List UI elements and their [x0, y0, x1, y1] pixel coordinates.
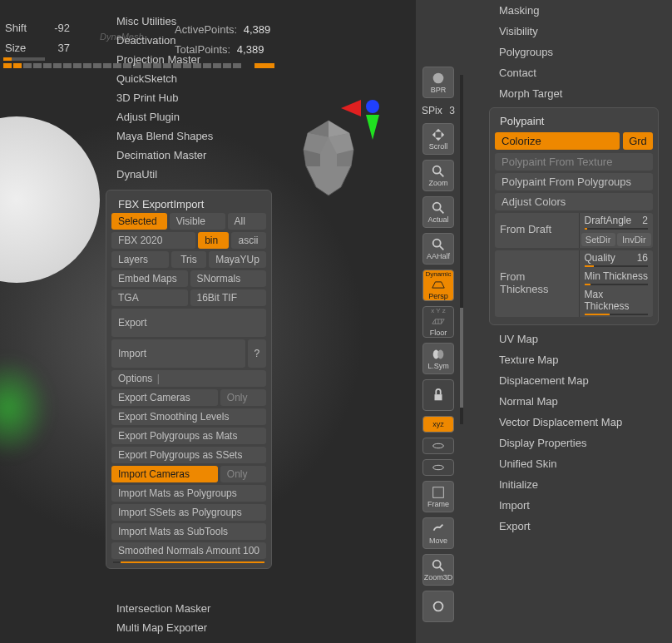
menu-maya-blend-shapes[interactable]: Maya Blend Shapes: [108, 126, 274, 146]
fbx-ascii-button[interactable]: ascii: [231, 232, 266, 249]
preview-model[interactable]: [291, 116, 366, 200]
fbx-bin-button[interactable]: bin: [198, 232, 229, 249]
menu-quicksketch[interactable]: QuickSketch: [108, 69, 274, 88]
lock-button[interactable]: [422, 379, 454, 411]
fbx-export-smoothing-button[interactable]: Export Smoothing Levels: [111, 408, 266, 425]
fbx-mayayup-button[interactable]: MayaYUp: [209, 251, 266, 268]
fbx-tga-button[interactable]: TGA: [111, 289, 188, 306]
fbx-export-cameras-only[interactable]: Only: [220, 389, 266, 406]
section-display-properties[interactable]: Display Properties: [466, 433, 665, 453]
section-normal-map[interactable]: Normal Map: [466, 391, 665, 412]
section-visibility[interactable]: Visibility: [466, 21, 665, 42]
menu-deactivation[interactable]: Deactivation: [108, 31, 274, 50]
shift-label: Shift: [5, 22, 27, 34]
adjust-colors-button[interactable]: Adjust Colors: [495, 193, 653, 210]
svg-rect-16: [435, 394, 442, 400]
min-thickness-slider[interactable]: Min Thickness: [580, 269, 654, 284]
menu-decimation-master[interactable]: Decimation Master: [108, 146, 274, 165]
persp-button[interactable]: Dynamic Persp: [422, 270, 454, 301]
fbx-options-button[interactable]: Options |: [111, 370, 266, 387]
fbx-export-button[interactable]: Export: [111, 309, 266, 337]
section-morph-target[interactable]: Morph Target: [466, 83, 665, 104]
fbx-export-cameras-button[interactable]: Export Cameras: [111, 389, 218, 406]
grd-button[interactable]: Grd: [623, 132, 653, 150]
section-export[interactable]: Export: [466, 516, 665, 537]
zoom3d-button[interactable]: Zoom3D: [422, 554, 454, 586]
svg-point-20: [433, 561, 441, 568]
svg-point-7: [433, 73, 444, 84]
fbx-selected-button[interactable]: Selected: [111, 213, 167, 230]
fbx-export-pg-mats-button[interactable]: Export Polygroups as Mats: [111, 428, 266, 444]
menu-3d-print-hub[interactable]: 3D Print Hub: [108, 88, 274, 107]
fbx-panel-title[interactable]: FBX ExportImport: [111, 195, 266, 213]
actual-button[interactable]: Actual: [422, 196, 454, 228]
polypaint-from-texture-button[interactable]: Polypaint From Texture: [495, 153, 653, 171]
fbx-embed-maps-button[interactable]: Embed Maps: [111, 270, 188, 287]
polypaint-from-polygroups-button[interactable]: Polypaint From Polygroups: [495, 173, 653, 190]
fbx-snormals-button[interactable]: SNormals: [190, 270, 267, 287]
rotate-z-button[interactable]: [422, 459, 454, 476]
from-draft-button[interactable]: From Draft: [495, 213, 580, 248]
fbx-tris-button[interactable]: Tris: [171, 251, 206, 268]
viewport-toolbar: BPR SPix3 Scroll Zoom Actual AAHalf Dyna…: [418, 0, 459, 643]
fbx-all-button[interactable]: All: [228, 213, 266, 230]
frame-button[interactable]: Frame: [422, 481, 454, 512]
fbx-smoothed-normals-slider[interactable]: Smoothed Normals Amount 100: [111, 542, 266, 559]
xyz-button[interactable]: xyz: [422, 416, 454, 433]
quality-slider[interactable]: Quality16: [580, 250, 654, 265]
fbx-import-mats-sub-button[interactable]: Import Mats as SubTools: [111, 523, 266, 540]
menu-dynautil[interactable]: DynaUtil: [108, 165, 274, 184]
svg-point-22: [434, 602, 443, 611]
fbx-visible-button[interactable]: Visible: [170, 213, 225, 230]
section-uv-map[interactable]: UV Map: [466, 329, 665, 349]
colorize-button[interactable]: Colorize: [495, 132, 620, 150]
spix-slider[interactable]: SPix3: [420, 103, 457, 118]
menu-adjust-plugin[interactable]: Adjust Plugin: [108, 107, 274, 126]
fbx-version[interactable]: FBX 2020: [111, 232, 195, 249]
draft-angle-slider[interactable]: DraftAngle2: [580, 213, 654, 228]
section-displacement-map[interactable]: Displacement Map: [466, 370, 665, 391]
svg-line-13: [440, 246, 444, 250]
section-import[interactable]: Import: [466, 495, 665, 516]
fbx-16bit-tif-button[interactable]: 16Bit TIF: [190, 289, 267, 306]
fbx-import-cameras-only[interactable]: Only: [220, 466, 266, 482]
setdir-button[interactable]: SetDir: [581, 233, 615, 246]
fbx-export-import-panel: FBX ExportImport Selected Visible All FB…: [106, 190, 272, 569]
menu-misc-utilities[interactable]: Misc Utilities: [108, 12, 274, 31]
menu-intersection-masker[interactable]: Intersection Masker: [108, 599, 274, 618]
max-thickness-slider[interactable]: Max Thickness: [580, 287, 654, 314]
section-vector-displacement-map[interactable]: Vector Displacement Map: [466, 412, 665, 433]
section-texture-map[interactable]: Texture Map: [466, 349, 665, 370]
section-unified-skin[interactable]: Unified Skin: [466, 453, 665, 474]
polypaint-title[interactable]: Polypaint: [495, 113, 653, 129]
aahalf-button[interactable]: AAHalf: [422, 233, 454, 265]
invdir-button[interactable]: InvDir: [617, 233, 651, 246]
size-value[interactable]: 37: [58, 42, 70, 54]
section-contact[interactable]: Contact: [466, 62, 665, 83]
bpr-button[interactable]: BPR: [422, 67, 454, 98]
menu-multi-map-exporter[interactable]: Multi Map Exporter: [108, 618, 274, 637]
from-thickness-button[interactable]: From Thickness: [495, 250, 580, 317]
lsym-button[interactable]: L.Sym: [422, 343, 454, 374]
fbx-export-pg-ssets-button[interactable]: Export Polygroups as SSets: [111, 447, 266, 463]
section-polygroups[interactable]: Polygroups: [466, 42, 665, 62]
fbx-help-button[interactable]: ?: [248, 339, 266, 368]
zoom-button[interactable]: Zoom: [422, 160, 454, 191]
svg-line-9: [440, 173, 444, 177]
fbx-import-ssets-pg-button[interactable]: Import SSets as Polygroups: [111, 504, 266, 521]
rotate-button[interactable]: [422, 591, 454, 622]
floor-button[interactable]: x Y z Floor: [422, 306, 454, 338]
fbx-layers-button[interactable]: Layers: [111, 251, 169, 268]
section-masking[interactable]: Masking: [466, 0, 665, 21]
scroll-button[interactable]: Scroll: [422, 123, 454, 155]
rotate-y-button[interactable]: [422, 438, 454, 454]
move-button[interactable]: Move: [422, 517, 454, 549]
section-initialize[interactable]: Initialize: [466, 474, 665, 495]
fbx-import-button[interactable]: Import: [111, 339, 245, 368]
fbx-import-mats-pg-button[interactable]: Import Mats as Polygroups: [111, 485, 266, 502]
menu-projection-master[interactable]: Projection Master: [108, 50, 274, 69]
fbx-import-cameras-button[interactable]: Import Cameras: [111, 466, 218, 482]
shift-value[interactable]: -92: [54, 22, 70, 34]
svg-point-12: [433, 240, 441, 247]
divider[interactable]: [460, 75, 463, 424]
